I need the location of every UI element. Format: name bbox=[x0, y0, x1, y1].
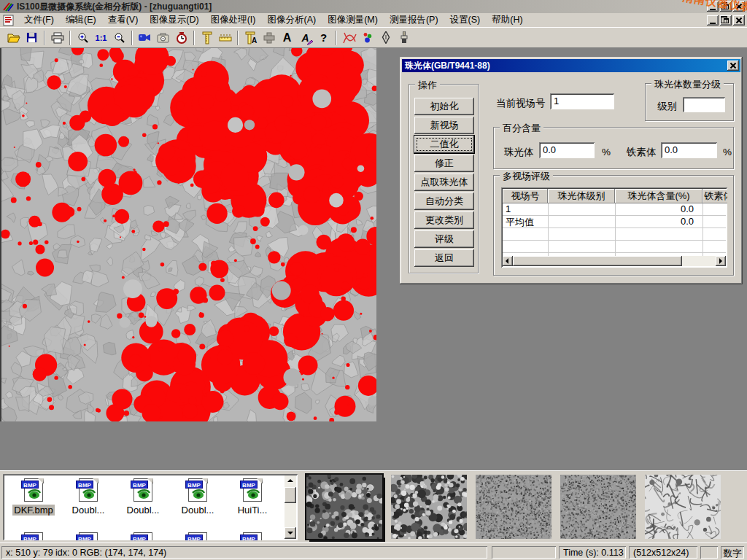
file-item[interactable]: BMP Doubl... bbox=[117, 478, 169, 516]
cell-field-avg[interactable]: 平均值 bbox=[506, 216, 546, 228]
auto-classify-button[interactable]: 自动分类 bbox=[414, 192, 474, 210]
print-button[interactable] bbox=[48, 29, 66, 47]
menu-measure-report[interactable]: 测量报告(P) bbox=[384, 12, 444, 28]
grade-input[interactable] bbox=[683, 97, 725, 112]
vertical-measure-button[interactable] bbox=[198, 29, 216, 47]
change-class-button[interactable]: 更改类别 bbox=[414, 211, 474, 229]
correct-button[interactable]: 修正 bbox=[414, 155, 474, 172]
open-file-button[interactable] bbox=[4, 29, 23, 47]
menu-edit[interactable]: 编辑(E) bbox=[60, 12, 102, 28]
new-field-button[interactable]: 新视场 bbox=[414, 117, 474, 134]
pen-tool-button[interactable] bbox=[376, 29, 395, 47]
zoom-out-button[interactable] bbox=[110, 29, 128, 47]
pearlite-input[interactable]: 0.0 bbox=[539, 142, 595, 158]
menu-image-display[interactable]: 图像显示(D) bbox=[144, 12, 204, 28]
menu-settings[interactable]: 设置(S) bbox=[444, 12, 487, 28]
timer-button[interactable] bbox=[172, 29, 190, 47]
ferrite-input[interactable]: 0.0 bbox=[661, 142, 717, 158]
col-header-grade[interactable]: 珠光体级别 bbox=[548, 189, 615, 203]
child-close-button[interactable] bbox=[733, 15, 745, 26]
file-browser[interactable]: BMP DKF.bmp BMP Doubl... BMP Doubl... BM… bbox=[3, 474, 298, 540]
thumbnail-image[interactable] bbox=[306, 475, 382, 539]
file-vscrollbar[interactable] bbox=[285, 475, 296, 539]
document-icon[interactable] bbox=[3, 15, 15, 26]
pick-pearlite-button[interactable]: 点取珠光体 bbox=[414, 174, 474, 191]
metallograph-image[interactable] bbox=[0, 48, 376, 421]
text-button[interactable]: A bbox=[278, 29, 296, 47]
save-button[interactable] bbox=[23, 29, 41, 47]
cell-field-1[interactable]: 1 bbox=[506, 203, 546, 216]
scroll-track[interactable] bbox=[682, 256, 716, 266]
curve-tool-button[interactable] bbox=[340, 29, 358, 47]
file-item[interactable]: BMP bbox=[117, 532, 169, 540]
file-name[interactable]: HuiTi... bbox=[236, 505, 269, 516]
child-restore-button[interactable] bbox=[720, 15, 732, 26]
arrow-down-icon bbox=[287, 532, 293, 534]
menu-file[interactable]: 文件(F) bbox=[18, 12, 60, 28]
col-header-field[interactable]: 视场号 bbox=[503, 189, 548, 203]
cell-pearlite-1[interactable]: 0.0 bbox=[616, 203, 694, 216]
dialog-title-bar[interactable]: 珠光体(GB/T9441-88) bbox=[402, 59, 740, 72]
cell-pearlite-avg[interactable]: 0.0 bbox=[616, 216, 694, 228]
scroll-thumb[interactable] bbox=[513, 256, 682, 266]
camera-capture-button[interactable] bbox=[154, 29, 172, 47]
grid-button[interactable] bbox=[260, 29, 278, 47]
dialog-close-button[interactable] bbox=[727, 61, 739, 71]
zoom-in-button[interactable] bbox=[74, 29, 92, 47]
menu-image-measure[interactable]: 图像测量(M) bbox=[322, 12, 384, 28]
file-name[interactable]: DKF.bmp bbox=[12, 505, 54, 516]
rate-button[interactable]: 评级 bbox=[414, 230, 474, 248]
window-close-button[interactable] bbox=[733, 1, 745, 12]
window-minimize-button[interactable] bbox=[707, 1, 719, 12]
window-restore-button[interactable] bbox=[720, 1, 732, 12]
file-item[interactable]: BMP bbox=[226, 532, 279, 540]
file-item[interactable]: BMP bbox=[7, 532, 60, 540]
actual-size-button[interactable]: 1:1 bbox=[92, 29, 110, 47]
file-item[interactable]: BMP bbox=[62, 532, 115, 540]
scroll-left-button[interactable] bbox=[503, 256, 513, 266]
scroll-down-button[interactable] bbox=[285, 527, 296, 539]
menu-help[interactable]: 帮助(H) bbox=[486, 12, 528, 28]
grid-cross-icon bbox=[263, 32, 275, 44]
window-title: IS100显微摄像系统(金相分析版) - [zhuguangti01] bbox=[17, 1, 212, 13]
current-field-input[interactable]: 1 bbox=[550, 93, 614, 109]
table-hscrollbar[interactable] bbox=[503, 256, 726, 266]
percent-group-label: 百分含量 bbox=[500, 122, 543, 135]
menu-image-processing[interactable]: 图像处理(I) bbox=[205, 12, 262, 28]
scroll-thumb[interactable] bbox=[285, 487, 296, 503]
col-header-pearlite[interactable]: 珠光体含量(%) bbox=[615, 189, 703, 203]
classify-tool-button[interactable] bbox=[358, 29, 376, 47]
thumbnail-image[interactable] bbox=[391, 475, 467, 539]
help-button[interactable]: ? bbox=[314, 29, 333, 47]
thumbnail-image[interactable] bbox=[560, 475, 636, 539]
file-item[interactable]: BMP DKF.bmp bbox=[7, 478, 60, 516]
binarize-button[interactable]: 二值化 bbox=[414, 136, 474, 153]
scroll-right-button[interactable] bbox=[716, 256, 726, 266]
file-item[interactable]: BMP Doubl... bbox=[62, 478, 115, 516]
rating-table[interactable]: 视场号 珠光体级别 珠光体含量(%) 铁素体 1 0.0 平均值 0.0 bbox=[501, 187, 727, 268]
annotate-button[interactable]: A bbox=[296, 29, 314, 47]
child-minimize-button[interactable] bbox=[707, 15, 719, 26]
file-name[interactable]: Doubl... bbox=[180, 505, 216, 516]
file-item[interactable]: BMP bbox=[171, 532, 224, 540]
pearlite-percent-sign: % bbox=[602, 147, 611, 158]
brush-tool-button[interactable] bbox=[395, 29, 413, 47]
measure-label-button[interactable]: A bbox=[241, 29, 260, 47]
col-header-ferrite[interactable]: 铁素体 bbox=[703, 189, 727, 203]
pencil-icon bbox=[306, 38, 314, 45]
file-item[interactable]: BMP HuiTi... bbox=[226, 478, 279, 516]
file-name[interactable]: Doubl... bbox=[125, 505, 161, 516]
init-button[interactable]: 初始化 bbox=[414, 98, 474, 115]
video-capture-button[interactable] bbox=[136, 29, 154, 47]
file-name[interactable]: Doubl... bbox=[71, 505, 107, 516]
thumbnail-image[interactable] bbox=[476, 475, 551, 539]
back-button[interactable]: 返回 bbox=[414, 249, 474, 267]
horizontal-measure-button[interactable] bbox=[216, 29, 234, 47]
file-item[interactable]: BMP Doubl... bbox=[171, 478, 224, 516]
operation-group-label: 操作 bbox=[415, 79, 440, 92]
brush-icon bbox=[400, 31, 409, 44]
thumbnail-image[interactable] bbox=[645, 475, 721, 539]
menu-view[interactable]: 查看(V) bbox=[102, 12, 144, 28]
menu-image-analysis[interactable]: 图像分析(A) bbox=[261, 12, 322, 28]
caliper-text-icon: A bbox=[244, 31, 258, 44]
